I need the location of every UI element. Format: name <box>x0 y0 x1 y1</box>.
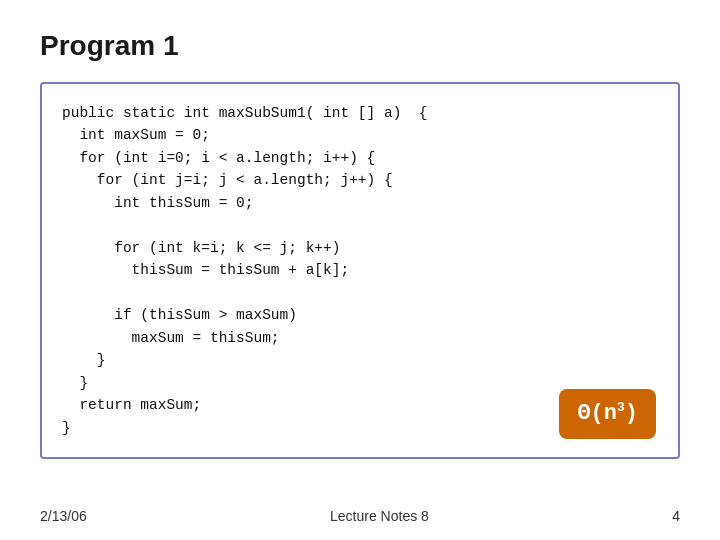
slide: Program 1 public static int maxSubSum1( … <box>0 0 720 540</box>
theta-badge: Θ(n3) <box>559 389 656 439</box>
footer-page: 4 <box>672 508 680 524</box>
footer: 2/13/06 Lecture Notes 8 4 <box>0 508 720 524</box>
theta-exponent: 3 <box>617 400 625 415</box>
footer-date: 2/13/06 <box>40 508 87 524</box>
slide-title: Program 1 <box>40 30 680 62</box>
code-box: public static int maxSubSum1( int [] a) … <box>40 82 680 459</box>
theta-label: Θ(n3) <box>577 401 638 426</box>
footer-center: Lecture Notes 8 <box>330 508 429 524</box>
